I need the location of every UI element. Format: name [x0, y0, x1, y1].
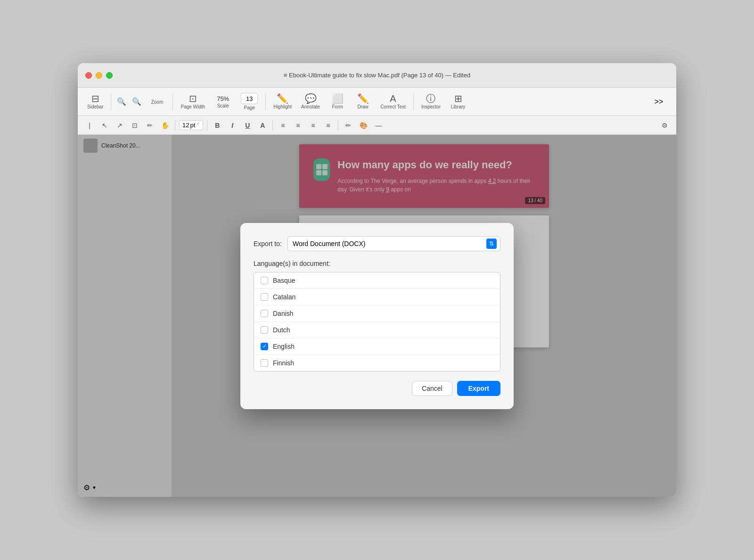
lang-checkbox-basque[interactable]	[261, 277, 268, 284]
main-content: CleanShot 20... ⚙ ▼	[78, 135, 676, 497]
align-right-button[interactable]: ≡	[307, 119, 319, 132]
traffic-lights	[85, 72, 113, 79]
t2-separator-1	[175, 120, 175, 131]
bold-button[interactable]: B	[211, 119, 223, 132]
font-size-control[interactable]: 12 pt ⌃	[179, 120, 203, 130]
minimize-button[interactable]	[96, 72, 102, 79]
form-icon: ⬜	[332, 94, 344, 103]
rect-select-tool[interactable]: ⊡	[129, 119, 141, 132]
toolbar-separator-2	[172, 93, 173, 110]
text-select-icon: ↗	[117, 122, 123, 129]
settings-button[interactable]: ⚙	[658, 119, 671, 132]
fill-button[interactable]: 🎨	[357, 119, 369, 132]
select-arrow-icon: ↖	[102, 122, 107, 129]
pen-color-button[interactable]: ✏	[342, 119, 354, 132]
inspector-icon: ⓘ	[426, 94, 435, 103]
font-size-value: 12	[182, 122, 189, 129]
draw-label: Draw	[357, 104, 368, 109]
align-justify-button[interactable]: ≡	[322, 119, 334, 132]
sidebar-tool[interactable]: ⊟ Sidebar	[83, 92, 107, 111]
titlebar: ≡ Ebook-Ultimate guide to fix slow Mac.p…	[78, 63, 676, 88]
pencil-icon: ✏	[147, 122, 153, 129]
annotate-tool[interactable]: 💬 Annotate	[297, 92, 324, 111]
export-to-row: Export to: Word Document (DOCX) PDF Plai…	[254, 236, 500, 251]
page-width-label: Page Width	[180, 104, 205, 109]
export-to-label: Export to:	[254, 240, 282, 247]
inspector-tool[interactable]: ⓘ Inspector	[418, 92, 444, 111]
pencil-tool[interactable]: ✏	[144, 119, 156, 132]
library-tool[interactable]: ⊞ Library	[446, 92, 470, 111]
lang-item-dutch[interactable]: Dutch	[254, 321, 500, 338]
zoom-tool[interactable]: Zoom	[145, 97, 169, 107]
export-modal: Export to: Word Document (DOCX) PDF Plai…	[240, 223, 514, 409]
draw-icon: ✏️	[357, 94, 369, 103]
maximize-button[interactable]	[106, 72, 113, 79]
line-style-button[interactable]: —	[372, 119, 385, 132]
form-label: Form	[332, 104, 343, 109]
form-tool[interactable]: ⬜ Form	[326, 92, 349, 111]
font-size-arrows: ⌃	[196, 123, 200, 128]
page-label: Page	[244, 105, 254, 110]
highlight-tool[interactable]: ✏️ Highlight	[270, 92, 295, 111]
lang-label-danish: Danish	[273, 310, 294, 317]
sidebar-label: Sidebar	[87, 104, 103, 109]
export-button[interactable]: Export	[457, 381, 500, 396]
lang-checkbox-catalan[interactable]	[261, 293, 268, 301]
font-size-unit: pt	[190, 122, 195, 129]
text-select-tool[interactable]: ↗	[114, 119, 126, 132]
lang-label-catalan: Catalan	[273, 293, 295, 301]
hand-icon: ✋	[161, 122, 169, 129]
languages-label: Language(s) in document:	[254, 260, 500, 267]
hand-tool[interactable]: ✋	[159, 119, 171, 132]
page-width-tool[interactable]: ⊡ Page Width	[177, 92, 209, 111]
cursor-tool[interactable]: |	[83, 119, 96, 132]
main-toolbar: ⊟ Sidebar 🔍 🔍 Zoom ⊡ Page Width 75% Scal…	[78, 88, 676, 116]
zoom-percent: 75%	[214, 95, 231, 102]
library-label: Library	[451, 104, 466, 109]
more-icon: >>	[655, 98, 664, 106]
lang-item-basque[interactable]: Basque	[254, 272, 500, 288]
font-color-button[interactable]: A	[256, 119, 269, 132]
more-button[interactable]: >>	[647, 96, 671, 108]
lang-item-catalan[interactable]: Catalan	[254, 288, 500, 305]
align-center-button[interactable]: ≡	[292, 119, 304, 132]
correct-text-tool[interactable]: A Correct Text	[377, 92, 410, 111]
cancel-button[interactable]: Cancel	[412, 381, 452, 396]
lang-checkbox-dutch[interactable]	[261, 326, 268, 334]
lang-item-english[interactable]: ✓ English	[254, 338, 500, 354]
lang-item-finnish[interactable]: Finnish	[254, 354, 500, 371]
lang-checkbox-finnish[interactable]	[261, 359, 268, 367]
t2-separator-2	[207, 120, 207, 131]
language-list: Basque Catalan Danish Dutch	[254, 272, 500, 371]
zoom-out-button[interactable]: 🔍	[115, 95, 128, 108]
t2-right: ⚙	[658, 119, 671, 132]
lang-label-finnish: Finnish	[273, 359, 294, 367]
select-tool[interactable]: ↖	[98, 119, 111, 132]
modal-buttons: Cancel Export	[254, 381, 500, 396]
close-button[interactable]	[85, 72, 92, 79]
format-select[interactable]: Word Document (DOCX) PDF Plain Text	[287, 236, 500, 251]
annotate-label: Annotate	[301, 104, 320, 109]
zoom-label: Zoom	[151, 99, 164, 105]
page-input[interactable]	[241, 93, 258, 104]
library-icon: ⊞	[454, 94, 462, 103]
italic-button[interactable]: I	[226, 119, 238, 132]
lang-item-danish[interactable]: Danish	[254, 305, 500, 321]
app-window: ≡ Ebook-Ultimate guide to fix slow Mac.p…	[78, 63, 676, 497]
zoom-control: 🔍 🔍	[115, 95, 143, 108]
toolbar-right: >>	[647, 96, 671, 108]
page-tool: Page	[237, 91, 262, 112]
draw-tool[interactable]: ✏️ Draw	[351, 92, 375, 111]
scale-tool[interactable]: 75% Scale	[211, 93, 235, 110]
page-width-icon: ⊡	[189, 94, 197, 103]
secondary-toolbar: | ↖ ↗ ⊡ ✏ ✋ 12 pt ⌃ B I U A ≡ ≡ ≡ ≡	[78, 116, 676, 135]
rect-select-icon: ⊡	[132, 122, 138, 129]
lang-checkbox-danish[interactable]	[261, 310, 268, 317]
underline-button[interactable]: U	[241, 119, 254, 132]
zoom-in-icon: 🔍	[132, 97, 141, 106]
lang-checkbox-english[interactable]: ✓	[261, 343, 268, 350]
zoom-in-button[interactable]: 🔍	[130, 95, 143, 108]
align-left-button[interactable]: ≡	[277, 119, 289, 132]
correct-text-label: Correct Text	[380, 104, 406, 109]
cursor-icon: |	[89, 122, 90, 129]
